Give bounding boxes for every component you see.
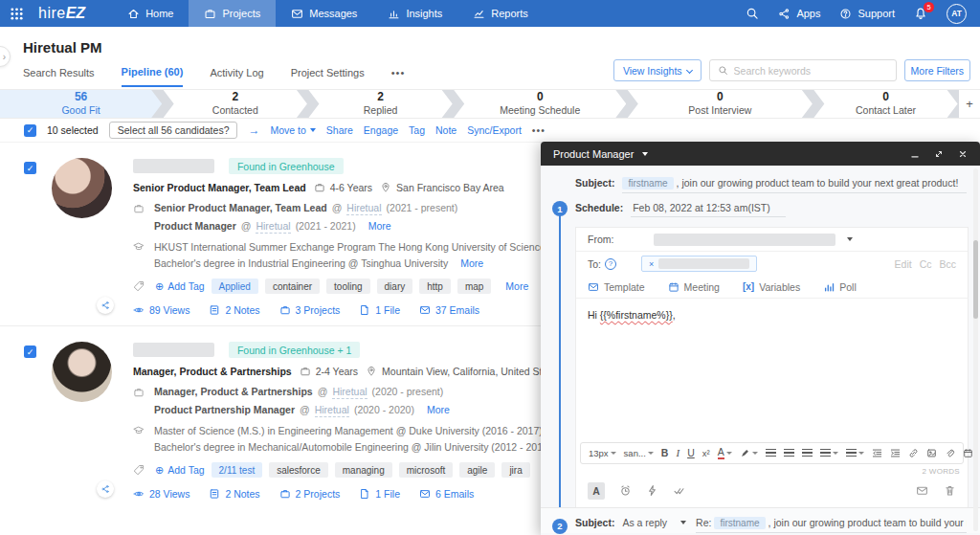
bcc-link[interactable]: Bcc xyxy=(939,258,956,270)
stage-post-interview[interactable]: 0Post Interview xyxy=(628,90,813,118)
tag-button[interactable]: Tag xyxy=(409,124,425,136)
trash-icon[interactable] xyxy=(944,484,956,497)
candidate-tag[interactable]: http xyxy=(419,279,451,294)
notes-stat[interactable]: 2 Notes xyxy=(209,488,259,500)
candidate-tag[interactable]: 2/11 test xyxy=(212,462,263,478)
views-stat[interactable]: 89 Views xyxy=(133,304,189,316)
add-stage-button[interactable]: + xyxy=(959,90,980,118)
scrollbar-thumb[interactable] xyxy=(973,240,978,319)
expand-icon[interactable] xyxy=(934,149,944,159)
remove-recipient-icon[interactable]: × xyxy=(649,259,654,269)
app-launcher-icon[interactable] xyxy=(0,0,33,27)
candidate-tag[interactable]: jira xyxy=(501,462,529,478)
stage-replied[interactable]: 2Replied xyxy=(308,90,452,118)
attach-file-button[interactable] xyxy=(945,448,955,458)
variables-button[interactable]: [x]Variables xyxy=(743,281,800,293)
candidate-tag[interactable]: map xyxy=(457,279,491,294)
nav-item-projects[interactable]: Projects xyxy=(189,0,276,27)
company-link[interactable]: Hiretual xyxy=(315,404,349,417)
education-more-link[interactable]: More xyxy=(460,257,483,269)
files-stat[interactable]: 1 File xyxy=(359,304,400,316)
from-row[interactable]: From: xyxy=(576,228,968,252)
candidate-avatar[interactable] xyxy=(52,158,112,218)
tab-project-settings[interactable]: Project Settings xyxy=(291,67,365,86)
caret-down-icon[interactable] xyxy=(847,237,853,241)
ordered-list-button[interactable] xyxy=(820,449,838,457)
superscript-button[interactable]: x² xyxy=(702,448,710,458)
tags-more-link[interactable]: More xyxy=(505,280,528,292)
tab-activity-log[interactable]: Activity Log xyxy=(210,67,263,86)
outdent-button[interactable] xyxy=(872,448,882,458)
tab-search-results[interactable]: Search Results xyxy=(23,67,95,86)
recipient-chip[interactable]: × xyxy=(641,256,757,272)
font-size-select[interactable]: 13px xyxy=(589,448,616,458)
font-family-select[interactable]: san... xyxy=(624,448,654,458)
candidate-tag[interactable]: agile xyxy=(459,462,495,478)
engage-button[interactable]: Engage xyxy=(364,124,398,136)
projects-stat[interactable]: 2 Projects xyxy=(279,488,341,500)
firstname-variable-chip[interactable]: firstname xyxy=(622,177,673,189)
to-row[interactable]: To: ? × Edit Cc Bcc xyxy=(576,252,968,276)
user-avatar[interactable]: AT xyxy=(947,4,967,24)
candidate-tag[interactable]: tooling xyxy=(326,279,369,294)
stage-contacted[interactable]: 2Contacted xyxy=(164,90,307,118)
add-tag-button[interactable]: ⊕Add Tag xyxy=(155,464,205,477)
search-keywords-input[interactable] xyxy=(734,65,888,77)
search-icon[interactable] xyxy=(746,7,759,20)
bullet-list-button[interactable] xyxy=(846,449,864,457)
more-actions-icon[interactable]: ••• xyxy=(532,124,546,136)
share-profile-icon[interactable] xyxy=(97,297,114,314)
stage-contact-later[interactable]: 0Contact Later xyxy=(813,90,957,118)
hireez-logo[interactable]: hireEZ xyxy=(38,0,85,27)
help-question-icon[interactable]: ? xyxy=(605,258,616,270)
compose-scrollbar[interactable] xyxy=(973,168,978,531)
insert-image-button[interactable] xyxy=(926,448,937,458)
tabs-more-icon[interactable]: ••• xyxy=(391,67,406,86)
positions-more-link[interactable]: More xyxy=(368,220,391,232)
email-body-editor[interactable]: Hi {{%firstname%}}, xyxy=(575,299,969,440)
poll-button[interactable]: Poll xyxy=(823,281,857,293)
stage-good-fit[interactable]: 56Good Fit xyxy=(0,90,162,118)
candidate-tag[interactable]: diary xyxy=(377,279,413,294)
candidate-name-redacted[interactable] xyxy=(133,159,214,173)
insert-link-button[interactable] xyxy=(908,448,919,458)
underline-button[interactable]: U xyxy=(687,447,695,458)
projects-stat[interactable]: 3 Projects xyxy=(279,304,341,316)
candidate-tag[interactable]: managing xyxy=(335,462,392,478)
nav-item-insights[interactable]: Insights xyxy=(372,0,457,27)
schedule-datetime[interactable]: Feb 08, 2022 at 12:53 am(IST) xyxy=(631,202,786,217)
align-left-button[interactable] xyxy=(766,449,776,457)
caret-down-icon[interactable] xyxy=(642,152,648,156)
positions-more-link[interactable]: More xyxy=(427,404,450,415)
company-link[interactable]: Hiretual xyxy=(256,220,290,234)
meeting-button[interactable]: Meeting xyxy=(668,281,720,293)
company-link[interactable]: Hiretual xyxy=(332,386,367,399)
view-insights-button[interactable]: View Insights xyxy=(613,59,702,81)
views-stat[interactable]: 28 Views xyxy=(133,488,189,500)
candidate-tag[interactable]: container xyxy=(265,279,320,294)
more-filters-button[interactable]: More Filters xyxy=(904,59,970,81)
candidate-tag[interactable]: salesforce xyxy=(269,462,328,478)
move-to-button[interactable]: Move to xyxy=(270,124,315,136)
firstname-variable-chip[interactable]: firstname xyxy=(714,517,765,529)
send-test-email-icon[interactable] xyxy=(916,484,928,497)
tab-pipeline[interactable]: Pipeline (60) xyxy=(122,66,184,87)
subject-input[interactable]: firstname , join our growing product tea… xyxy=(622,177,967,193)
double-check-icon[interactable] xyxy=(673,484,685,497)
close-icon[interactable] xyxy=(958,149,968,159)
template-button[interactable]: Template xyxy=(588,281,645,293)
stage-meeting-schedule[interactable]: 0Meeting Schedule xyxy=(454,90,626,118)
indent-button[interactable] xyxy=(890,448,901,458)
align-right-button[interactable] xyxy=(802,449,813,457)
add-tag-button[interactable]: ⊕Add Tag xyxy=(155,280,205,293)
candidate-tag[interactable]: Applied xyxy=(212,279,258,294)
insert-calendar-button[interactable] xyxy=(963,448,973,458)
compose-window-header[interactable]: Product Manager xyxy=(541,142,980,166)
emails-stat[interactable]: 37 Emails xyxy=(419,304,479,316)
candidate-name-redacted[interactable] xyxy=(133,343,214,357)
nav-item-reports[interactable]: Reports xyxy=(457,0,544,27)
nav-item-apps[interactable]: Apps xyxy=(778,8,820,20)
cc-link[interactable]: Cc xyxy=(920,258,932,270)
reply-subject-input[interactable]: Re: firstname , join our growing product… xyxy=(696,517,967,533)
sequence-lightning-icon[interactable] xyxy=(646,484,658,497)
